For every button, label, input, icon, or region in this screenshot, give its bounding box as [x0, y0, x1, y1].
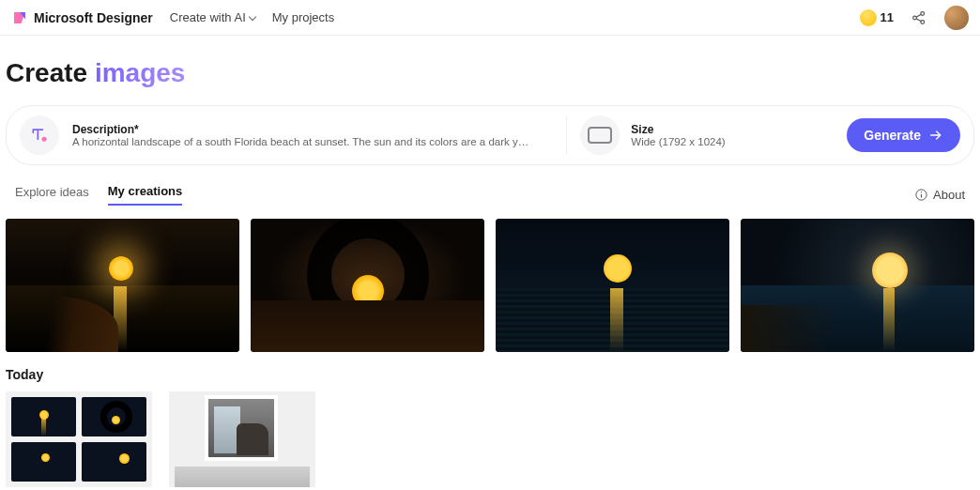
nav-create-label: Create with AI [170, 10, 246, 24]
tab-my-creations[interactable]: My creations [108, 184, 182, 206]
app-name: Microsoft Designer [34, 10, 153, 25]
svg-line-3 [916, 14, 921, 17]
section-today-label: Today [6, 367, 974, 382]
coin-icon [860, 9, 877, 26]
description-text: A horizontal landscape of a south Florid… [72, 136, 532, 147]
about-label: About [933, 188, 965, 202]
arrow-right-icon [928, 128, 943, 143]
info-icon [914, 188, 928, 202]
app-header: Microsoft Designer Create with AI My pro… [0, 0, 980, 36]
page-title: Create images [6, 58, 974, 88]
result-image-3[interactable] [496, 219, 729, 352]
separator [566, 116, 567, 154]
aspect-ratio-icon [588, 127, 612, 144]
about-link[interactable]: About [914, 188, 965, 202]
svg-point-8 [921, 191, 922, 192]
chevron-down-icon [249, 12, 256, 20]
app-logo-block[interactable]: Microsoft Designer [11, 9, 153, 26]
generation-results-row [6, 219, 974, 352]
description-icon-wrap [20, 115, 59, 155]
thumb [11, 442, 76, 482]
generate-label: Generate [864, 128, 921, 143]
description-label: Description* [72, 123, 553, 136]
result-image-1[interactable] [6, 219, 239, 352]
size-icon-wrap [580, 115, 620, 155]
svg-point-5 [42, 137, 47, 142]
prompt-card: Description* A horizontal landscape of a… [6, 105, 974, 165]
tabs-row: Explore ideas My creations About [15, 184, 965, 206]
generate-button[interactable]: Generate [847, 118, 960, 152]
history-set-2[interactable] [169, 391, 315, 487]
history-set-1[interactable] [6, 391, 152, 487]
result-image-2[interactable] [251, 219, 484, 352]
designer-logo-icon [11, 9, 28, 26]
size-block[interactable]: Size Wide (1792 x 1024) [580, 115, 834, 155]
nav-my-projects[interactable]: My projects [272, 10, 334, 24]
nav-create-with-ai[interactable]: Create with AI [170, 10, 255, 24]
credits-value: 11 [880, 10, 894, 24]
thumb [82, 442, 146, 482]
size-value: Wide (1792 x 1024) [631, 136, 725, 147]
main-content: Create images Description* A horizontal … [0, 36, 980, 487]
share-icon[interactable] [911, 9, 927, 26]
tab-explore-ideas[interactable]: Explore ideas [15, 185, 89, 205]
today-thumbnails [6, 391, 974, 487]
title-plain: Create [6, 58, 95, 87]
size-label: Size [631, 123, 725, 136]
description-block[interactable]: Description* A horizontal landscape of a… [72, 123, 553, 147]
thumb [205, 395, 278, 461]
title-accent: images [95, 58, 186, 87]
thumb [11, 397, 76, 436]
svg-line-4 [916, 18, 921, 21]
thumb [82, 397, 146, 436]
user-avatar[interactable] [944, 6, 969, 30]
result-image-4[interactable] [741, 219, 974, 352]
text-prompt-icon [30, 126, 49, 145]
credits-counter[interactable]: 11 [860, 9, 894, 26]
